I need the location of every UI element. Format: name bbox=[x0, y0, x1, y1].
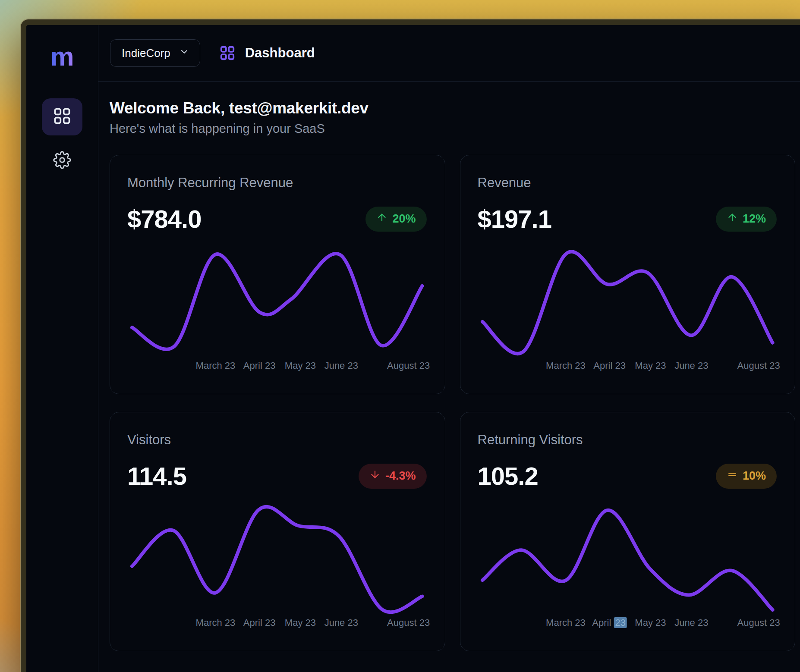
x-axis-tick: August 23 bbox=[737, 360, 780, 371]
x-axis-tick: March 23 bbox=[196, 360, 236, 371]
card-value-row: $197.1 12% bbox=[478, 204, 777, 233]
card-title: Revenue bbox=[478, 175, 777, 191]
sidebar: m bbox=[26, 25, 98, 672]
trend-badge-label: -4.3% bbox=[385, 469, 416, 483]
stat-card: Monthly Recurring Revenue $784.0 20% Mar… bbox=[110, 155, 445, 394]
trend-badge: 10% bbox=[716, 464, 777, 489]
sidebar-item-settings[interactable] bbox=[53, 151, 71, 171]
x-axis-tick: August 23 bbox=[387, 617, 430, 628]
card-value-row: 114.5 -4.3% bbox=[127, 462, 427, 490]
trend-badge-label: 10% bbox=[743, 469, 766, 483]
stat-card: Returning Visitors 105.2 10% March 23Apr… bbox=[460, 412, 796, 651]
desktop-wallpaper: { "sidebar": { "logo": "m", "nav": [ { "… bbox=[0, 0, 800, 672]
x-axis-tick: June 23 bbox=[324, 360, 358, 371]
x-axis-labels: March 23April 23May 23June 23August 23 bbox=[131, 617, 423, 629]
arrow-down-icon bbox=[369, 469, 381, 483]
line-chart bbox=[131, 509, 423, 611]
stat-card: Visitors 114.5 -4.3% March 23April 23May… bbox=[110, 412, 445, 651]
main-content: Welcome Back, test@makerkit.dev Here's w… bbox=[98, 82, 800, 672]
card-value: 105.2 bbox=[478, 462, 538, 490]
x-axis-tick: April 23 bbox=[593, 360, 626, 371]
chevron-down-icon bbox=[179, 47, 189, 60]
card-value-row: $784.0 20% bbox=[127, 204, 427, 233]
chart-svg bbox=[131, 251, 423, 354]
equals-icon bbox=[727, 469, 738, 483]
x-axis-tick: April 23 bbox=[592, 617, 627, 628]
grid-icon bbox=[219, 45, 236, 61]
team-selector-label: IndieCorp bbox=[122, 47, 170, 60]
arrow-up-icon bbox=[727, 212, 738, 226]
chart-series-line bbox=[132, 254, 422, 349]
card-value: $784.0 bbox=[127, 204, 201, 233]
x-axis-tick: May 23 bbox=[285, 360, 316, 371]
gear-icon bbox=[53, 163, 71, 170]
chart-series-line bbox=[482, 251, 772, 354]
chart-svg bbox=[131, 509, 423, 611]
x-axis-tick: June 23 bbox=[674, 360, 708, 371]
grid-icon bbox=[53, 107, 72, 127]
stat-card: Revenue $197.1 12% March 23April 23May 2… bbox=[460, 155, 796, 394]
makerkit-logo: m bbox=[50, 43, 74, 70]
trend-badge: -4.3% bbox=[359, 464, 427, 489]
x-axis-tick: April 23 bbox=[243, 617, 276, 628]
selected-text: 23 bbox=[614, 617, 627, 628]
main-column: IndieCorp Dashboard Welcome Back, test@m… bbox=[98, 25, 800, 672]
x-axis-tick: May 23 bbox=[635, 617, 666, 628]
x-axis-tick: May 23 bbox=[285, 617, 316, 628]
chart-series-line bbox=[482, 510, 772, 610]
chart-svg bbox=[481, 509, 774, 611]
sidebar-item-dashboard[interactable] bbox=[42, 98, 82, 135]
team-selector-button[interactable]: IndieCorp bbox=[110, 39, 200, 67]
card-title: Returning Visitors bbox=[478, 432, 777, 448]
x-axis-tick: March 23 bbox=[546, 617, 586, 628]
x-axis-tick: June 23 bbox=[674, 617, 708, 628]
arrow-up-icon bbox=[376, 212, 387, 226]
trend-badge: 12% bbox=[716, 207, 777, 232]
line-chart bbox=[481, 251, 774, 354]
card-title: Monthly Recurring Revenue bbox=[127, 175, 427, 191]
x-axis-tick: May 23 bbox=[635, 360, 666, 371]
x-axis-tick: March 23 bbox=[196, 617, 236, 628]
x-axis-tick: March 23 bbox=[546, 360, 586, 371]
trend-badge: 20% bbox=[365, 207, 426, 232]
x-axis-tick: June 23 bbox=[324, 617, 358, 628]
cards-grid: Monthly Recurring Revenue $784.0 20% Mar… bbox=[110, 155, 795, 651]
welcome-heading: Welcome Back, test@makerkit.dev bbox=[110, 99, 795, 117]
x-axis-tick: August 23 bbox=[737, 617, 780, 628]
card-value: 114.5 bbox=[127, 462, 186, 490]
x-axis-tick: April 23 bbox=[243, 360, 276, 371]
card-value: $197.1 bbox=[478, 204, 551, 233]
x-axis-labels: March 23April 23May 23June 23August 23 bbox=[131, 360, 423, 372]
welcome-subtitle: Here's what is happening in your SaaS bbox=[110, 122, 795, 136]
x-axis-labels: March 23April 23May 23June 23August 23 bbox=[481, 617, 774, 629]
card-value-row: 105.2 10% bbox=[478, 462, 777, 490]
line-chart bbox=[131, 251, 423, 354]
chart-series-line bbox=[132, 507, 422, 612]
card-title: Visitors bbox=[127, 432, 427, 448]
topbar: IndieCorp Dashboard bbox=[98, 25, 800, 82]
breadcrumb: Dashboard bbox=[219, 45, 315, 61]
x-axis-tick: August 23 bbox=[387, 360, 430, 371]
trend-badge-label: 20% bbox=[392, 212, 416, 226]
x-axis-labels: March 23April 23May 23June 23August 23 bbox=[481, 360, 774, 372]
trend-badge-label: 12% bbox=[743, 212, 766, 226]
page-title: Dashboard bbox=[245, 45, 315, 61]
chart-svg bbox=[481, 251, 774, 354]
line-chart bbox=[481, 509, 774, 611]
app-window: m IndieCorp bbox=[21, 19, 800, 672]
